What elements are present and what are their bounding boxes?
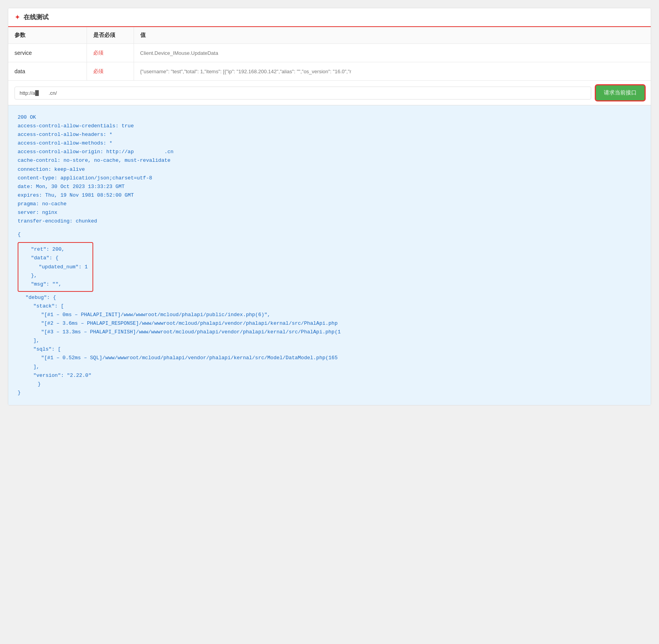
param-name-service: service xyxy=(8,44,87,62)
url-row: 请求当前接口 xyxy=(8,81,651,105)
required-data: 必须 xyxy=(87,62,134,81)
data-open: "data": { xyxy=(31,254,88,262)
params-table: 参数 是否必须 值 service 必须 data xyxy=(8,27,651,81)
response-header-line: expires: Thu, 19 Nov 1981 08:52:00 GMT xyxy=(18,191,641,200)
msg-line: "msg": "", xyxy=(31,280,88,289)
url-input[interactable] xyxy=(14,87,591,99)
body-close: } xyxy=(18,389,641,397)
sqls-open: "sqls": [ xyxy=(33,345,641,354)
stack-close: ], xyxy=(33,336,641,345)
table-row: data 必须 xyxy=(8,62,651,81)
sqls-close: ], xyxy=(33,363,641,371)
service-input[interactable] xyxy=(140,50,645,56)
highlighted-json: "ret": 200, "data": { "updated_num": 1 }… xyxy=(18,242,93,291)
response-body: { "ret": 200, "data": { "updated_num": 1… xyxy=(18,230,641,397)
data-input[interactable] xyxy=(140,69,645,74)
response-header-line: server: nginx xyxy=(18,208,641,217)
sqls-item-1: "[#1 – 0.52ms – SQL]/www/wwwroot/mcloud/… xyxy=(41,354,641,362)
response-header-line: connection: keep-alive xyxy=(18,165,641,174)
col-header-required: 是否必须 xyxy=(87,27,134,44)
required-service: 必须 xyxy=(87,44,134,62)
response-header-line: cache-control: no-store, no-cache, must-… xyxy=(18,156,641,165)
table-row: service 必须 xyxy=(8,44,651,62)
value-service[interactable] xyxy=(134,44,651,62)
response-area: 200 OK access-control-allow-credentials:… xyxy=(8,105,651,405)
response-header-line: access-control-allow-headers: * xyxy=(18,130,641,139)
header-icon: ✦ xyxy=(14,13,20,22)
status-line: 200 OK xyxy=(18,113,641,122)
data-close: }, xyxy=(31,271,88,280)
col-header-value: 值 xyxy=(134,27,651,44)
debug-open: "debug": { xyxy=(25,293,641,302)
response-header-line: date: Mon, 30 Oct 2023 13:33:23 GMT xyxy=(18,183,641,191)
response-headers: access-control-allow-credentials: trueac… xyxy=(18,122,641,226)
updated-num: "updated_num": 1 xyxy=(39,263,88,271)
stack-item-1: "[#1 – 0ms – PHALAPI_INIT]/www/wwwroot/m… xyxy=(41,311,641,319)
ret-line: "ret": 200, xyxy=(31,245,88,254)
header-title: 在线测试 xyxy=(24,13,49,22)
response-header-line: pragma: no-cache xyxy=(18,200,641,208)
main-container: ✦ 在线测试 参数 是否必须 值 service 必须 xyxy=(8,8,651,405)
col-header-param: 参数 xyxy=(8,27,87,44)
stack-open: "stack": [ xyxy=(33,302,641,311)
response-header-line: access-control-allow-origin: http://ap .… xyxy=(18,148,641,156)
response-header-line: content-type: application/json;charset=u… xyxy=(18,174,641,183)
version-line: "version": "2.22.0" xyxy=(33,371,641,380)
stack-item-3: "[#3 – 13.3ms – PHALAPI_FINISH]/www/wwwr… xyxy=(41,328,641,336)
response-header-line: transfer-encoding: chunked xyxy=(18,217,641,226)
value-data[interactable] xyxy=(134,62,651,81)
request-button[interactable]: 请求当前接口 xyxy=(596,85,645,100)
stack-item-2: "[#2 – 3.6ms – PHALAPI_RESPONSE]/www/www… xyxy=(41,319,641,328)
open-brace: { xyxy=(18,232,21,237)
response-header-line: access-control-allow-credentials: true xyxy=(18,122,641,130)
debug-close: } xyxy=(25,380,641,389)
table-header-row: 参数 是否必须 值 xyxy=(8,27,651,44)
response-header-line: access-control-allow-methods: * xyxy=(18,139,641,148)
header: ✦ 在线测试 xyxy=(8,8,651,27)
param-name-data: data xyxy=(8,62,87,81)
